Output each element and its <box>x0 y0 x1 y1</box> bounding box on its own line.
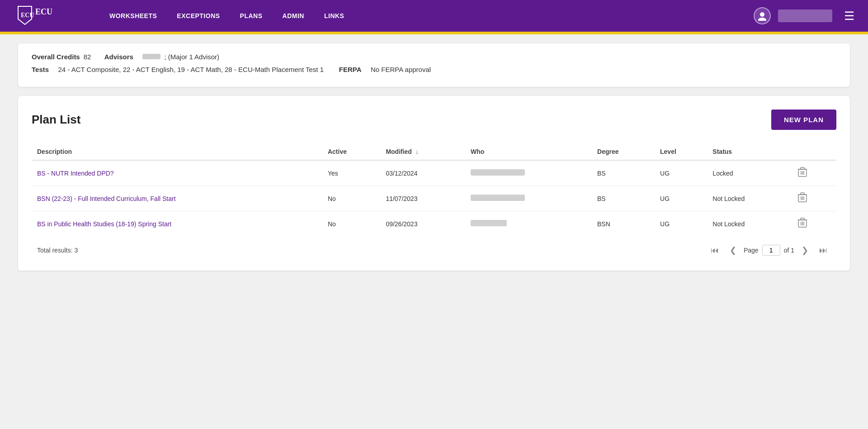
sort-arrow-icon: ↓ <box>415 148 419 155</box>
cell-who <box>465 160 592 186</box>
advisor-name-redacted <box>142 54 160 59</box>
col-active: Active <box>322 143 380 160</box>
table-row: BS in Public Health Studies (18-19) Spri… <box>32 211 836 237</box>
who-placeholder <box>471 195 525 201</box>
svg-rect-16 <box>801 193 804 195</box>
plan-list-card: Plan List NEW PLAN Description Active Mo… <box>18 96 850 271</box>
new-plan-button[interactable]: NEW PLAN <box>771 110 836 130</box>
hamburger-menu-icon[interactable]: ☰ <box>840 9 859 23</box>
who-placeholder <box>471 220 507 226</box>
who-placeholder <box>471 169 525 176</box>
svg-text:ECU: ECU <box>21 12 34 19</box>
overall-credits-value: 82 <box>84 53 91 61</box>
cell-degree: BS <box>592 160 655 186</box>
col-actions <box>791 143 836 160</box>
cell-delete <box>791 160 836 186</box>
plan-description-link[interactable]: BS - NUTR Intended DPD? <box>37 170 114 177</box>
cell-modified: 03/12/2024 <box>380 160 465 186</box>
svg-rect-22 <box>801 218 804 220</box>
delete-row-icon[interactable] <box>796 168 809 181</box>
cell-active: No <box>322 211 380 237</box>
ferpa-label: FERPA <box>339 66 362 73</box>
cell-who <box>465 211 592 237</box>
nav-admin[interactable]: ADMIN <box>273 0 314 32</box>
plans-table: Description Active Modified ↓ Who Degree… <box>32 143 836 236</box>
tests-value: 24 - ACT Composite, 22 - ACT English, 19… <box>58 66 324 73</box>
cell-modified: 09/26/2023 <box>380 211 465 237</box>
table-row: BSN (22-23) - Full Intended Curriculum, … <box>32 186 836 211</box>
overall-credits-label: Overall Credits <box>32 53 80 61</box>
svg-text:ECU: ECU <box>35 7 52 16</box>
col-degree: Degree <box>592 143 655 160</box>
cell-level: UG <box>655 160 707 186</box>
tests-ferpa-row: Tests 24 - ACT Composite, 22 - ACT Engli… <box>32 65 836 73</box>
prev-page-button[interactable]: ❮ <box>726 243 740 257</box>
cell-status: Not Locked <box>707 211 790 237</box>
advisors-label: Advisors <box>104 53 133 61</box>
cell-status: Locked <box>707 160 790 186</box>
page-number-input[interactable] <box>762 245 780 256</box>
user-name-display <box>778 10 832 22</box>
col-modified[interactable]: Modified ↓ <box>380 143 465 160</box>
pagination-controls: ⏮ ❮ Page of 1 ❯ ⏭ <box>707 243 831 257</box>
top-navigation: ECU ECU WORKSHEETS EXCEPTIONS PLANS ADMI… <box>0 0 868 32</box>
cell-delete <box>791 211 836 237</box>
cell-active: Yes <box>322 160 380 186</box>
svg-rect-10 <box>801 167 804 169</box>
svg-point-3 <box>760 12 764 17</box>
credits-advisors-row: Overall Credits 82 Advisors ; (Major 1 A… <box>32 52 836 61</box>
cell-description: BS - NUTR Intended DPD? <box>32 160 322 186</box>
main-content: Overall Credits 82 Advisors ; (Major 1 A… <box>0 34 868 280</box>
nav-exceptions[interactable]: EXCEPTIONS <box>167 0 230 32</box>
cell-active: No <box>322 186 380 211</box>
cell-delete <box>791 186 836 211</box>
plan-list-header: Plan List NEW PLAN <box>32 110 836 130</box>
advisors-value: ; (Major 1 Advisor) <box>164 53 219 61</box>
svg-point-4 <box>758 18 766 21</box>
nav-right: ☰ <box>754 7 859 24</box>
table-header-row: Description Active Modified ↓ Who Degree… <box>32 143 836 160</box>
logo-area: ECU ECU <box>9 0 99 32</box>
ferpa-value: No FERPA approval <box>371 66 431 73</box>
nav-plans[interactable]: PLANS <box>230 0 273 32</box>
plan-description-link[interactable]: BS in Public Health Studies (18-19) Spri… <box>37 220 171 228</box>
delete-row-icon[interactable] <box>796 193 809 206</box>
cell-level: UG <box>655 211 707 237</box>
table-row: BS - NUTR Intended DPD? Yes 03/12/2024 B… <box>32 160 836 186</box>
cell-description: BSN (22-23) - Full Intended Curriculum, … <box>32 186 322 211</box>
nav-links: WORKSHEETS EXCEPTIONS PLANS ADMIN LINKS <box>99 0 754 32</box>
tests-label: Tests <box>32 66 49 73</box>
first-page-button[interactable]: ⏮ <box>707 244 722 257</box>
nav-links[interactable]: LINKS <box>314 0 354 32</box>
plan-description-link[interactable]: BSN (22-23) - Full Intended Curriculum, … <box>37 195 176 202</box>
cell-level: UG <box>655 186 707 211</box>
ecu-logo[interactable]: ECU ECU <box>14 5 72 27</box>
col-who: Who <box>465 143 592 160</box>
delete-row-icon[interactable] <box>796 219 809 231</box>
student-info-card: Overall Credits 82 Advisors ; (Major 1 A… <box>18 43 850 87</box>
nav-worksheets[interactable]: WORKSHEETS <box>99 0 167 32</box>
cell-who <box>465 186 592 211</box>
cell-status: Not Locked <box>707 186 790 211</box>
col-status: Status <box>707 143 790 160</box>
last-page-button[interactable]: ⏭ <box>816 244 831 257</box>
cell-description: BS in Public Health Studies (18-19) Spri… <box>32 211 322 237</box>
cell-degree: BS <box>592 186 655 211</box>
next-page-button[interactable]: ❯ <box>798 243 812 257</box>
cell-modified: 11/07/2023 <box>380 186 465 211</box>
col-description: Description <box>32 143 322 160</box>
plan-list-title: Plan List <box>32 113 80 127</box>
cell-degree: BSN <box>592 211 655 237</box>
user-avatar-icon[interactable] <box>754 7 771 24</box>
of-label: of 1 <box>784 247 794 254</box>
pagination-row: Total results: 3 ⏮ ❮ Page of 1 ❯ ⏭ <box>32 236 836 257</box>
total-results: Total results: 3 <box>37 247 78 254</box>
page-label: Page <box>744 247 759 254</box>
col-level: Level <box>655 143 707 160</box>
